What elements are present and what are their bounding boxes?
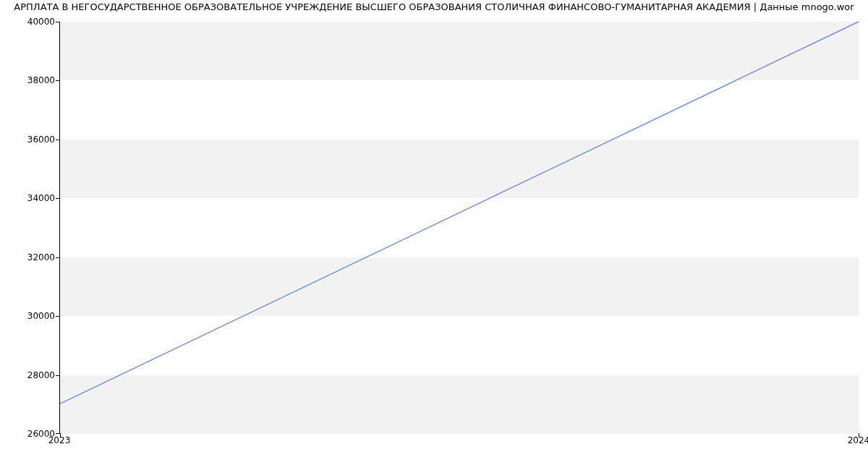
y-tick-label: 30000 xyxy=(27,311,55,321)
y-tick-label: 38000 xyxy=(27,75,55,85)
data-line xyxy=(60,22,859,433)
y-tick-label: 28000 xyxy=(27,370,55,380)
y-tick-label: 40000 xyxy=(27,17,55,27)
x-tick xyxy=(859,433,859,437)
line-chart: АРПЛАТА В НЕГОСУДАРСТВЕННОЕ ОБРАЗОВАТЕЛЬ… xyxy=(0,0,868,470)
series-salary xyxy=(60,22,859,403)
x-tick-label: 2024 xyxy=(848,435,868,445)
y-tick-label: 36000 xyxy=(27,134,55,145)
plot-area xyxy=(59,22,859,434)
y-tick-label: 34000 xyxy=(27,193,55,203)
y-tick-label: 32000 xyxy=(27,252,55,262)
x-tick-label: 2023 xyxy=(48,435,71,445)
chart-title: АРПЛАТА В НЕГОСУДАРСТВЕННОЕ ОБРАЗОВАТЕЛЬ… xyxy=(0,1,868,12)
x-tick xyxy=(60,433,61,437)
